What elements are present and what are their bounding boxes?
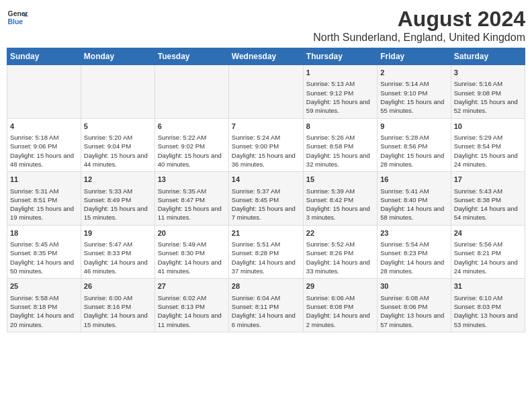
day-number: 22	[306, 228, 374, 238]
day-info: Sunrise: 5:52 AM	[306, 240, 374, 248]
day-info: Daylight: 15 hours and 52 minutes.	[454, 97, 522, 116]
calendar-cell	[154, 65, 228, 119]
day-info: Daylight: 15 hours and 15 minutes.	[84, 204, 152, 222]
day-info: Sunset: 8:21 PM	[454, 248, 522, 257]
day-number: 7	[232, 122, 300, 132]
sub-title: North Sunderland, England, United Kingdo…	[313, 32, 525, 44]
calendar-cell: 11Sunrise: 5:31 AMSunset: 8:51 PMDayligh…	[7, 172, 81, 226]
day-info: Daylight: 15 hours and 36 minutes.	[232, 151, 300, 169]
logo-icon: General Blue	[7, 7, 28, 28]
day-number: 11	[10, 175, 78, 185]
calendar-cell: 30Sunrise: 6:08 AMSunset: 8:06 PMDayligh…	[378, 279, 451, 332]
logo: General Blue	[7, 7, 28, 28]
calendar-cell	[81, 65, 154, 119]
day-info: Daylight: 14 hours and 37 minutes.	[232, 258, 300, 276]
day-info: Sunset: 8:06 PM	[380, 302, 447, 311]
day-info: Daylight: 15 hours and 55 minutes.	[380, 97, 447, 116]
calendar-cell: 12Sunrise: 5:33 AMSunset: 8:49 PMDayligh…	[81, 172, 154, 226]
day-number: 14	[232, 175, 300, 185]
day-info: Sunrise: 5:41 AM	[380, 187, 447, 195]
day-info: Sunset: 8:51 PM	[10, 195, 78, 204]
day-info: Sunrise: 5:24 AM	[232, 133, 300, 142]
calendar-cell: 20Sunrise: 5:49 AMSunset: 8:30 PMDayligh…	[154, 225, 228, 279]
calendar-cell: 29Sunrise: 6:06 AMSunset: 8:08 PMDayligh…	[303, 279, 377, 332]
day-info: Sunset: 9:12 PM	[306, 89, 374, 97]
day-number: 17	[454, 175, 522, 185]
day-info: Sunrise: 5:58 AM	[10, 293, 78, 302]
day-number: 13	[158, 175, 226, 185]
weekday-header-monday: Monday	[81, 48, 154, 65]
calendar-cell: 24Sunrise: 5:56 AMSunset: 8:21 PMDayligh…	[451, 225, 525, 279]
day-info: Daylight: 14 hours and 46 minutes.	[84, 258, 152, 276]
day-info: Sunset: 8:26 PM	[306, 248, 374, 257]
calendar-cell: 17Sunrise: 5:43 AMSunset: 8:38 PMDayligh…	[451, 172, 525, 226]
day-number: 15	[306, 175, 374, 185]
day-number: 10	[454, 122, 522, 132]
day-number: 18	[10, 228, 78, 238]
day-info: Sunrise: 5:47 AM	[84, 240, 152, 248]
day-info: Sunrise: 5:43 AM	[454, 187, 522, 195]
day-info: Sunrise: 5:33 AM	[84, 187, 152, 195]
day-info: Daylight: 15 hours and 19 minutes.	[10, 204, 78, 222]
day-info: Daylight: 14 hours and 41 minutes.	[158, 258, 226, 276]
calendar-cell: 5Sunrise: 5:20 AMSunset: 9:04 PMDaylight…	[81, 118, 154, 172]
day-info: Daylight: 14 hours and 6 minutes.	[232, 311, 300, 329]
day-info: Sunset: 8:45 PM	[232, 195, 300, 204]
calendar-cell: 18Sunrise: 5:45 AMSunset: 8:35 PMDayligh…	[7, 225, 81, 279]
weekday-header-wednesday: Wednesday	[228, 48, 303, 65]
calendar-cell: 10Sunrise: 5:29 AMSunset: 8:54 PMDayligh…	[451, 118, 525, 172]
day-info: Daylight: 14 hours and 54 minutes.	[454, 204, 522, 222]
calendar-cell: 31Sunrise: 6:10 AMSunset: 8:03 PMDayligh…	[451, 279, 525, 332]
calendar-cell: 4Sunrise: 5:18 AMSunset: 9:06 PMDaylight…	[7, 118, 81, 172]
calendar-cell: 16Sunrise: 5:41 AMSunset: 8:40 PMDayligh…	[378, 172, 451, 226]
weekday-header-row: SundayMondayTuesdayWednesdayThursdayFrid…	[7, 48, 525, 65]
day-number: 31	[454, 281, 522, 291]
day-info: Daylight: 15 hours and 40 minutes.	[158, 151, 226, 169]
day-info: Sunrise: 5:45 AM	[10, 240, 78, 248]
day-info: Daylight: 15 hours and 28 minutes.	[380, 151, 447, 169]
day-info: Sunset: 8:23 PM	[380, 248, 447, 257]
day-info: Sunset: 8:47 PM	[158, 195, 226, 204]
day-info: Sunset: 8:03 PM	[454, 302, 522, 311]
calendar-cell: 6Sunrise: 5:22 AMSunset: 9:02 PMDaylight…	[154, 118, 228, 172]
calendar-cell: 25Sunrise: 5:58 AMSunset: 8:18 PMDayligh…	[7, 279, 81, 332]
day-number: 25	[10, 281, 78, 291]
day-info: Sunset: 8:18 PM	[10, 302, 78, 311]
svg-text:Blue: Blue	[8, 18, 24, 26]
day-info: Sunset: 8:28 PM	[232, 248, 300, 257]
day-info: Sunrise: 6:10 AM	[454, 293, 522, 302]
day-info: Sunrise: 6:00 AM	[84, 293, 152, 302]
day-info: Sunset: 8:08 PM	[306, 302, 374, 311]
day-info: Sunset: 9:02 PM	[158, 142, 226, 150]
day-info: Sunrise: 5:31 AM	[10, 187, 78, 195]
day-info: Sunrise: 5:49 AM	[158, 240, 226, 248]
day-number: 24	[454, 228, 522, 238]
weekday-header-tuesday: Tuesday	[154, 48, 228, 65]
day-info: Sunset: 9:10 PM	[380, 89, 447, 97]
day-info: Daylight: 15 hours and 24 minutes.	[454, 151, 522, 169]
day-info: Sunrise: 5:26 AM	[306, 133, 374, 142]
week-row-5: 25Sunrise: 5:58 AMSunset: 8:18 PMDayligh…	[7, 279, 525, 332]
day-number: 2	[380, 68, 447, 78]
day-number: 19	[84, 228, 152, 238]
day-info: Sunrise: 5:35 AM	[158, 187, 226, 195]
day-info: Sunrise: 5:54 AM	[380, 240, 447, 248]
day-info: Sunset: 8:49 PM	[84, 195, 152, 204]
calendar-cell: 7Sunrise: 5:24 AMSunset: 9:00 PMDaylight…	[228, 118, 303, 172]
day-info: Daylight: 15 hours and 11 minutes.	[158, 204, 226, 222]
day-number: 20	[158, 228, 226, 238]
calendar-cell: 9Sunrise: 5:28 AMSunset: 8:56 PMDaylight…	[378, 118, 451, 172]
day-info: Daylight: 15 hours and 32 minutes.	[306, 151, 374, 169]
calendar-cell: 8Sunrise: 5:26 AMSunset: 8:58 PMDaylight…	[303, 118, 377, 172]
calendar-cell: 2Sunrise: 5:14 AMSunset: 9:10 PMDaylight…	[378, 65, 451, 119]
calendar-table: SundayMondayTuesdayWednesdayThursdayFrid…	[7, 48, 525, 332]
day-number: 9	[380, 122, 447, 132]
day-info: Daylight: 14 hours and 11 minutes.	[158, 311, 226, 329]
day-info: Daylight: 14 hours and 20 minutes.	[10, 311, 78, 329]
calendar-cell: 19Sunrise: 5:47 AMSunset: 8:33 PMDayligh…	[81, 225, 154, 279]
day-info: Sunrise: 5:20 AM	[84, 133, 152, 142]
calendar-cell: 14Sunrise: 5:37 AMSunset: 8:45 PMDayligh…	[228, 172, 303, 226]
calendar-cell: 23Sunrise: 5:54 AMSunset: 8:23 PMDayligh…	[378, 225, 451, 279]
day-number: 23	[380, 228, 447, 238]
day-number: 29	[306, 281, 374, 291]
